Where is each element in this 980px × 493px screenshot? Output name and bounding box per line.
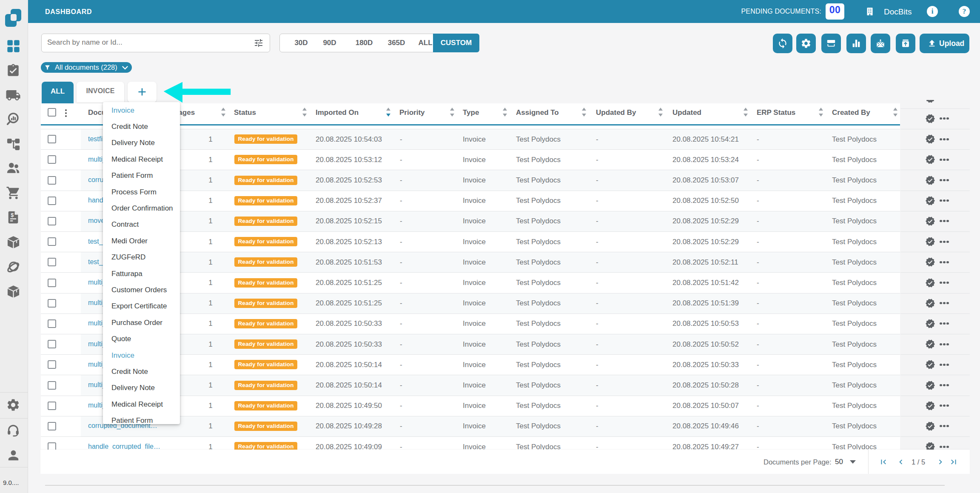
svg-text:$: $: [11, 212, 14, 218]
